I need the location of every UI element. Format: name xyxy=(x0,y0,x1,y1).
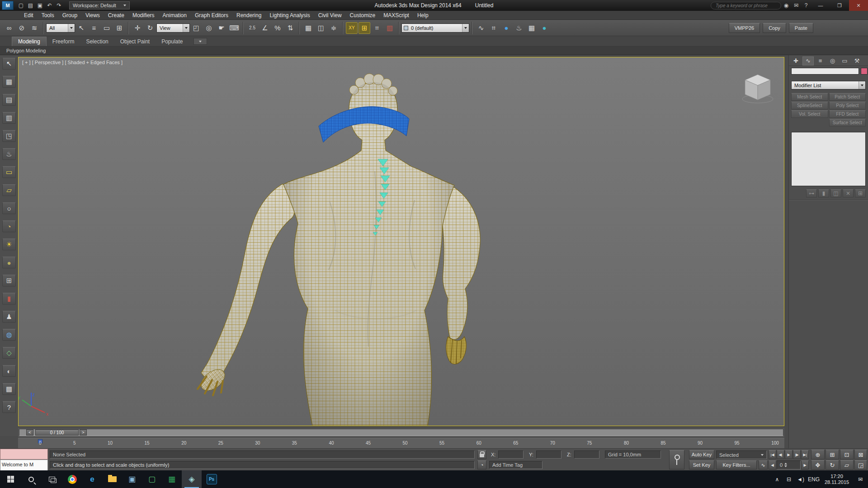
select-and-link-icon[interactable]: ∞ xyxy=(3,22,15,34)
vmpp26-button[interactable]: VMPP26 xyxy=(729,23,760,33)
menu-item-civil-view[interactable]: Civil View xyxy=(314,11,346,20)
menu-item-group[interactable]: Group xyxy=(58,11,81,20)
frame-spinner[interactable] xyxy=(784,463,787,467)
tab-populate[interactable]: Populate xyxy=(156,37,189,46)
next-frame-button[interactable]: > xyxy=(80,429,87,436)
field-of-view-icon[interactable]: ▱ xyxy=(840,460,854,470)
menu-item-rendering[interactable]: Rendering xyxy=(232,11,265,20)
auto-key-button[interactable]: Auto Key xyxy=(689,450,714,459)
tab-display[interactable]: ▭ xyxy=(839,56,850,66)
pin-stack-icon[interactable]: ⊶ xyxy=(806,189,817,197)
menu-item-lighting-analysis[interactable]: Lighting Analysis xyxy=(265,11,314,20)
show-end-result-icon[interactable]: ▮ xyxy=(818,189,829,197)
tab-create[interactable]: ✚ xyxy=(790,56,802,66)
vol-select-button[interactable]: Vol. Select xyxy=(791,110,828,118)
tab-selection[interactable]: Selection xyxy=(80,37,114,46)
set-key-mode-button[interactable] xyxy=(669,450,684,469)
poly-select-button[interactable]: Poly Select xyxy=(829,102,866,109)
menu-item-edit[interactable]: Edit xyxy=(20,11,38,20)
time-slider[interactable]: < 0 / 100 > xyxy=(18,428,784,437)
taskbar-search-button[interactable] xyxy=(21,470,42,488)
time-slider-track[interactable] xyxy=(19,429,783,436)
go-end-button[interactable]: ▶| xyxy=(801,450,809,459)
paste-button[interactable]: Paste xyxy=(789,23,813,33)
menu-item-create[interactable]: Create xyxy=(104,11,128,20)
key-mode-dropdown[interactable]: Selected xyxy=(716,450,767,459)
select-and-move-icon[interactable]: ✛ xyxy=(132,22,143,34)
workspace-selector[interactable]: Workspace: Default xyxy=(69,1,130,9)
viewport-canvas[interactable]: z y x xyxy=(19,57,784,426)
left-toolbar-icon[interactable]: ♟ xyxy=(2,311,16,323)
select-object-icon[interactable]: ↖ xyxy=(75,22,87,34)
coordinate-z-field[interactable] xyxy=(574,450,599,459)
angle-snap-icon[interactable]: ∠ xyxy=(259,22,271,34)
zoom-all-icon[interactable]: ⊞ xyxy=(826,450,839,460)
modifier-stack-list[interactable] xyxy=(791,132,866,186)
left-toolbar-icon[interactable]: ○ xyxy=(2,202,16,214)
copy-button[interactable]: Copy xyxy=(763,23,786,33)
default-in-out-tangents-icon[interactable]: ∿ xyxy=(759,460,768,469)
restore-button[interactable]: ❐ xyxy=(830,0,849,11)
align-icon[interactable]: ≑ xyxy=(328,22,340,34)
track-bar[interactable]: 0 5 10 15 20 25 30 35 40 45 50 55 60 65 … xyxy=(18,438,784,448)
mesh-select-button[interactable]: Mesh Select xyxy=(791,93,828,101)
left-toolbar-icon[interactable]: ▤ xyxy=(2,94,16,106)
ffd-select-button[interactable]: FFD Select xyxy=(829,110,866,118)
tab-modeling[interactable]: Modeling xyxy=(12,37,47,46)
tab-utilities[interactable]: ⚒ xyxy=(851,56,863,66)
notes-taskbar-icon[interactable]: ▢ xyxy=(142,470,162,488)
percent-snap-icon[interactable]: % xyxy=(272,22,283,34)
undo-icon[interactable]: ↶ xyxy=(45,1,54,10)
select-by-name-icon[interactable]: ≡ xyxy=(88,22,100,34)
pan-icon[interactable]: ✥ xyxy=(811,460,825,470)
model-right-hand[interactable] xyxy=(446,337,467,364)
help-icon[interactable]: ? xyxy=(801,1,811,10)
left-toolbar-icon[interactable]: ☀ xyxy=(2,239,16,250)
left-toolbar-icon[interactable]: ◔ xyxy=(2,221,16,232)
app-logo-icon[interactable]: M xyxy=(2,1,14,10)
go-start-button[interactable]: |◀ xyxy=(769,450,776,459)
menu-item-tools[interactable]: Tools xyxy=(38,11,58,20)
snaps-toggle-icon[interactable]: 2.5 xyxy=(246,22,258,34)
help-search-input[interactable] xyxy=(711,2,781,9)
new-scene-icon[interactable]: ▢ xyxy=(16,1,26,10)
previous-key-button[interactable]: ◀| xyxy=(777,450,784,459)
schematic-view-icon[interactable]: ⌗ xyxy=(488,22,500,34)
left-toolbar-icon[interactable]: ↖ xyxy=(2,58,16,70)
tab-object-paint[interactable]: Object Paint xyxy=(114,37,156,46)
network-icon[interactable]: ⊟ xyxy=(783,476,795,483)
selection-filter-dropdown[interactable]: All xyxy=(46,23,75,33)
left-toolbar-icon[interactable]: ◳ xyxy=(2,130,16,142)
add-time-tag-field[interactable]: Add Time Tag xyxy=(489,461,542,469)
render-production-icon[interactable]: ● xyxy=(538,22,550,34)
curve-editor-icon[interactable]: ∿ xyxy=(475,22,487,34)
layer-dropdown[interactable]: 0 (default) xyxy=(401,23,469,33)
viewcube[interactable] xyxy=(742,75,773,103)
left-toolbar-icon[interactable]: ⊞ xyxy=(2,275,16,286)
left-toolbar-icon[interactable]: ▱ xyxy=(2,184,16,196)
snap-options-icon[interactable]: ⌗ xyxy=(371,22,383,34)
grid-snap-icon[interactable]: ⊞ xyxy=(359,22,370,34)
patch-select-button[interactable]: Patch Select xyxy=(829,93,866,101)
object-name-field[interactable] xyxy=(791,68,859,75)
menu-item-graph-editors[interactable]: Graph Editors xyxy=(191,11,232,20)
left-toolbar-icon[interactable]: ▮ xyxy=(2,293,16,305)
left-toolbar-icon[interactable]: ♨ xyxy=(2,148,16,160)
chrome-taskbar-icon[interactable] xyxy=(62,470,82,488)
taskbar-clock[interactable]: 17:20 28.11.2015 xyxy=(821,474,853,485)
tab-motion[interactable]: ◎ xyxy=(827,56,838,66)
perspective-viewport[interactable]: [ + ] [ Perspective ] [ Shaded + Edged F… xyxy=(18,57,784,426)
excel-taskbar-icon[interactable]: ▦ xyxy=(162,470,182,488)
left-toolbar-icon[interactable]: ▩ xyxy=(2,383,16,395)
coordinate-y-field[interactable] xyxy=(536,450,561,459)
select-and-scale-icon[interactable]: ◰ xyxy=(190,22,202,34)
selection-lock-toggle[interactable] xyxy=(477,450,486,459)
explorer-taskbar-icon[interactable] xyxy=(102,470,122,488)
left-toolbar-icon[interactable]: ▭ xyxy=(2,166,16,178)
surface-select-button[interactable]: Surface Select xyxy=(829,119,866,127)
open-file-icon[interactable]: ▤ xyxy=(26,1,35,10)
selection-region-icon[interactable]: ▭ xyxy=(101,22,113,34)
orbit-icon[interactable]: ↻ xyxy=(826,460,839,470)
unlink-selection-icon[interactable]: ⊘ xyxy=(16,22,28,34)
rendered-frame-icon[interactable]: ▦ xyxy=(526,22,538,34)
